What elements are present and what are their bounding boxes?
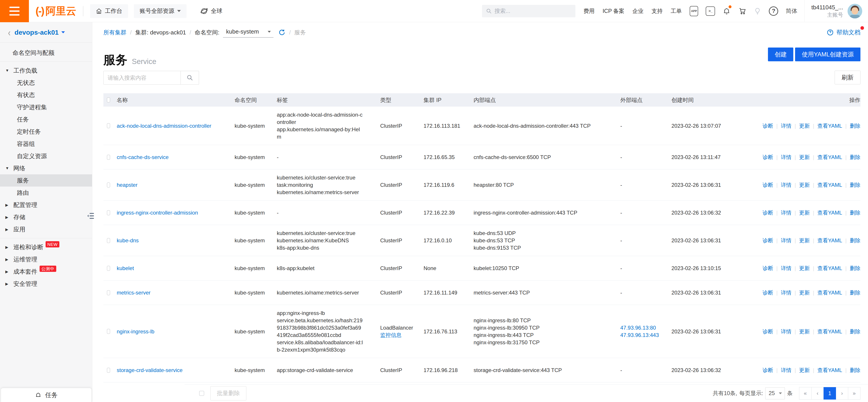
batch-delete-button[interactable]: 批量删除 bbox=[210, 386, 246, 400]
lightbulb-icon[interactable] bbox=[754, 7, 761, 15]
action-view-yaml-link[interactable]: 查看YAML bbox=[817, 210, 842, 216]
action-view-yaml-link[interactable]: 查看YAML bbox=[817, 290, 842, 296]
action-delete-link[interactable]: 删除 bbox=[850, 237, 861, 243]
cart-icon[interactable] bbox=[738, 7, 746, 15]
sidebar-item-服务[interactable]: 服务 bbox=[0, 174, 92, 187]
menu-item-support[interactable]: 支持 bbox=[651, 7, 662, 15]
hamburger-menu-icon[interactable] bbox=[0, 0, 29, 22]
row-checkbox[interactable] bbox=[107, 329, 110, 334]
action-diagnose-link[interactable]: 诊断 bbox=[763, 237, 773, 243]
namespace-refresh-icon[interactable] bbox=[278, 29, 285, 36]
service-name-link[interactable]: metrics-server bbox=[117, 290, 151, 296]
external-endpoint-link[interactable]: 47.93.96.13:80 bbox=[620, 324, 665, 331]
service-name-link[interactable]: ingress-nginx-controller-admission bbox=[117, 210, 198, 216]
action-update-link[interactable]: 更新 bbox=[799, 237, 810, 243]
sidebar-item-任务[interactable]: 任务 bbox=[0, 113, 92, 126]
service-name-link[interactable]: nginx-ingress-lb bbox=[117, 329, 154, 334]
menu-item-tickets[interactable]: 工单 bbox=[671, 7, 682, 15]
action-delete-link[interactable]: 删除 bbox=[850, 154, 861, 160]
service-name-link[interactable]: storage-crd-validate-service bbox=[117, 367, 183, 373]
action-diagnose-link[interactable]: 诊断 bbox=[763, 123, 773, 129]
action-delete-link[interactable]: 删除 bbox=[850, 123, 861, 129]
sidebar-item-运维管理[interactable]: ▶运维管理 bbox=[0, 253, 92, 265]
action-update-link[interactable]: 更新 bbox=[799, 265, 810, 271]
action-update-link[interactable]: 更新 bbox=[799, 123, 810, 129]
help-icon[interactable]: ? bbox=[769, 6, 778, 16]
search-button[interactable] bbox=[181, 71, 199, 85]
back-chevron-icon[interactable]: ‹ bbox=[8, 27, 10, 37]
row-checkbox[interactable] bbox=[107, 210, 110, 215]
action-diagnose-link[interactable]: 诊断 bbox=[763, 290, 773, 296]
action-delete-link[interactable]: 删除 bbox=[850, 265, 861, 271]
action-details-link[interactable]: 详情 bbox=[781, 154, 792, 160]
sidebar-item-存储[interactable]: ▶存储 bbox=[0, 211, 92, 223]
action-update-link[interactable]: 更新 bbox=[799, 210, 810, 216]
action-delete-link[interactable]: 删除 bbox=[850, 290, 861, 296]
sidebar-item-成本套件[interactable]: ▶成本套件公测中 bbox=[0, 265, 92, 278]
search-input[interactable] bbox=[103, 71, 181, 85]
action-delete-link[interactable]: 删除 bbox=[850, 367, 861, 373]
action-view-yaml-link[interactable]: 查看YAML bbox=[817, 265, 842, 271]
sidebar-item-安全管理[interactable]: ▶安全管理 bbox=[0, 278, 92, 290]
action-diagnose-link[interactable]: 诊断 bbox=[763, 367, 773, 373]
row-checkbox[interactable] bbox=[107, 266, 110, 271]
task-panel-toggle[interactable]: 任务 bbox=[1, 388, 92, 402]
cloudshell-icon[interactable]: >_ bbox=[706, 6, 715, 16]
action-view-yaml-link[interactable]: 查看YAML bbox=[817, 182, 842, 188]
action-details-link[interactable]: 详情 bbox=[781, 265, 792, 271]
action-details-link[interactable]: 详情 bbox=[781, 123, 792, 129]
row-checkbox[interactable] bbox=[107, 238, 110, 243]
pagination-page-current[interactable]: 1 bbox=[824, 387, 836, 400]
sidebar-item-容器组[interactable]: 容器组 bbox=[0, 138, 92, 150]
app-download-icon[interactable]: APP bbox=[690, 6, 698, 16]
action-details-link[interactable]: 详情 bbox=[781, 329, 792, 334]
sidebar-item-应用[interactable]: ▶应用 bbox=[0, 223, 92, 235]
action-diagnose-link[interactable]: 诊断 bbox=[763, 329, 773, 334]
external-endpoint-link[interactable]: 47.93.96.13:443 bbox=[620, 331, 665, 339]
action-details-link[interactable]: 详情 bbox=[781, 210, 792, 216]
breadcrumb-all-clusters[interactable]: 所有集群 bbox=[103, 29, 126, 36]
menu-item-enterprise[interactable]: 企业 bbox=[632, 7, 644, 15]
select-all-checkbox[interactable] bbox=[107, 98, 110, 102]
action-delete-link[interactable]: 删除 bbox=[850, 182, 861, 188]
service-name-link[interactable]: ack-node-local-dns-admission-controller bbox=[117, 123, 212, 129]
workbench-button[interactable]: 工作台 bbox=[90, 4, 128, 18]
row-checkbox[interactable] bbox=[107, 290, 110, 295]
avatar[interactable] bbox=[847, 4, 862, 19]
action-view-yaml-link[interactable]: 查看YAML bbox=[817, 329, 842, 334]
sidebar-collapse-icon[interactable] bbox=[86, 211, 96, 221]
sidebar-item-路由[interactable]: 路由 bbox=[0, 187, 92, 199]
service-name-link[interactable]: kube-dns bbox=[117, 237, 139, 243]
action-details-link[interactable]: 详情 bbox=[781, 367, 792, 373]
action-update-link[interactable]: 更新 bbox=[799, 182, 810, 188]
row-checkbox[interactable] bbox=[107, 368, 110, 373]
notification-bell-icon[interactable] bbox=[722, 7, 731, 15]
action-delete-link[interactable]: 删除 bbox=[850, 329, 861, 334]
page-size-select[interactable]: 25 bbox=[765, 387, 785, 399]
row-checkbox[interactable] bbox=[107, 155, 110, 160]
sidebar-item-配置管理[interactable]: ▶配置管理 bbox=[0, 199, 92, 211]
action-update-link[interactable]: 更新 bbox=[799, 367, 810, 373]
action-diagnose-link[interactable]: 诊断 bbox=[763, 210, 773, 216]
action-details-link[interactable]: 详情 bbox=[781, 290, 792, 296]
action-update-link[interactable]: 更新 bbox=[799, 290, 810, 296]
action-diagnose-link[interactable]: 诊断 bbox=[763, 265, 773, 271]
action-details-link[interactable]: 详情 bbox=[781, 182, 792, 188]
sidebar-item-命名空间与配额[interactable]: 命名空间与配额 bbox=[0, 47, 92, 59]
action-delete-link[interactable]: 删除 bbox=[850, 210, 861, 216]
service-name-link[interactable]: kubelet bbox=[117, 265, 134, 271]
row-checkbox[interactable] bbox=[107, 123, 110, 128]
locale-switcher[interactable]: 简体 bbox=[786, 7, 797, 15]
cluster-switcher[interactable]: devops-ack01 bbox=[14, 29, 65, 36]
action-view-yaml-link[interactable]: 查看YAML bbox=[817, 367, 842, 373]
pagination-control[interactable]: ‹ bbox=[811, 387, 824, 400]
action-update-link[interactable]: 更新 bbox=[799, 154, 810, 160]
menu-item-billing[interactable]: 费用 bbox=[583, 7, 594, 15]
action-details-link[interactable]: 详情 bbox=[781, 237, 792, 243]
sidebar-item-巡检和诊断[interactable]: ▶巡检和诊断NEW bbox=[0, 241, 92, 253]
account-info[interactable]: tb411045_... 主账号 bbox=[811, 4, 843, 19]
topbar-search[interactable]: 搜索... bbox=[482, 5, 576, 17]
action-diagnose-link[interactable]: 诊断 bbox=[763, 154, 773, 160]
action-view-yaml-link[interactable]: 查看YAML bbox=[817, 237, 842, 243]
aliyun-logo[interactable]: (-) 阿里云 bbox=[36, 4, 76, 18]
